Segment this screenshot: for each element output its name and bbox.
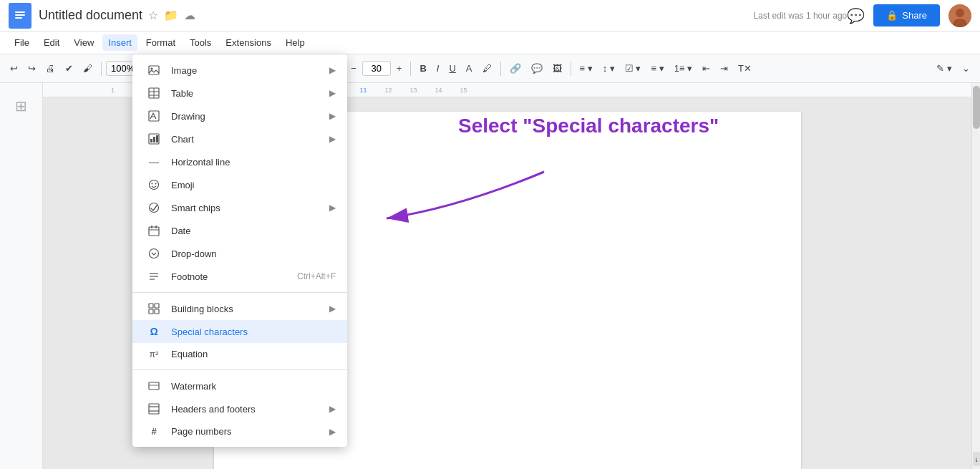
- svg-point-22: [150, 203, 159, 213]
- menu-option-image[interactable]: Image ▶: [132, 59, 347, 82]
- menu-option-date[interactable]: Date: [132, 219, 347, 242]
- menu-bar: File Edit View Insert Format Tools Exten…: [0, 32, 980, 54]
- menu-option-footnote[interactable]: Footnote Ctrl+Alt+F: [132, 265, 347, 288]
- menu-option-headers-footers[interactable]: Headers and footers ▶: [132, 397, 347, 420]
- headers-footers-menu-label: Headers and footers: [171, 404, 329, 415]
- share-button[interactable]: 🔒 Share: [873, 4, 940, 26]
- decrease-indent-button[interactable]: ⇤: [698, 60, 714, 77]
- menu-view[interactable]: View: [68, 34, 100, 51]
- doc-title[interactable]: Untitled document: [39, 8, 142, 23]
- menu-file[interactable]: File: [9, 34, 35, 51]
- font-size-decrease[interactable]: −: [346, 60, 361, 77]
- headers-footers-menu-arrow: ▶: [329, 404, 336, 414]
- dropdown-menu-label: Drop-down: [171, 248, 336, 259]
- menu-option-drawing[interactable]: Drawing ▶: [132, 105, 347, 127]
- paint-format-button[interactable]: 🖌: [79, 60, 97, 77]
- svg-rect-3: [15, 17, 22, 19]
- menu-option-watermark[interactable]: Watermark: [132, 374, 347, 397]
- svg-rect-17: [153, 137, 155, 142]
- svg-rect-33: [149, 309, 153, 314]
- right-scrollbar[interactable]: ↓: [971, 83, 980, 469]
- bullets-button[interactable]: ≡ ▾: [646, 60, 668, 77]
- comment-icon[interactable]: 💬: [847, 7, 865, 24]
- cloud-icon[interactable]: ☁: [184, 9, 195, 22]
- menu-edit[interactable]: Edit: [38, 34, 65, 51]
- clear-format-button[interactable]: T✕: [734, 60, 756, 77]
- increase-indent-button[interactable]: ⇥: [716, 60, 732, 77]
- smart-chips-menu-label: Smart chips: [171, 203, 329, 213]
- image-toolbar-button[interactable]: 🖼: [548, 60, 566, 77]
- numbered-button[interactable]: 1≡ ▾: [670, 60, 697, 77]
- highlight-button[interactable]: 🖊: [478, 60, 496, 77]
- menu-option-emoji[interactable]: Emoji: [132, 173, 347, 196]
- table-menu-label: Table: [171, 88, 329, 99]
- building-blocks-menu-icon: [144, 303, 164, 314]
- menu-option-chart[interactable]: Chart ▶: [132, 127, 347, 150]
- footnote-shortcut: Ctrl+Alt+F: [297, 271, 336, 281]
- font-color-button[interactable]: A: [462, 60, 477, 77]
- avatar[interactable]: [949, 4, 971, 27]
- menu-option-special-characters[interactable]: Ω Special characters: [132, 320, 347, 343]
- page-break-icon: ⊞: [15, 97, 27, 115]
- page-numbers-menu-label: Page numbers: [171, 426, 329, 437]
- italic-button[interactable]: I: [432, 60, 444, 77]
- spellcheck-button[interactable]: ✔: [61, 60, 77, 77]
- share-label: Share: [902, 10, 927, 21]
- svg-rect-18: [156, 135, 158, 142]
- image-menu-arrow: ▶: [329, 65, 336, 75]
- font-size-increase[interactable]: +: [392, 60, 407, 77]
- align-button[interactable]: ≡ ▾: [576, 60, 597, 77]
- equation-menu-label: Equation: [171, 349, 336, 359]
- chart-menu-label: Chart: [171, 134, 329, 145]
- print-button[interactable]: 🖨: [42, 60, 59, 77]
- checklist-button[interactable]: ☑ ▾: [621, 60, 646, 77]
- menu-insert[interactable]: Insert: [102, 34, 137, 51]
- svg-rect-16: [150, 139, 152, 142]
- menu-option-dropdown[interactable]: Drop-down: [132, 242, 347, 265]
- chart-menu-icon: [144, 133, 164, 145]
- underline-button[interactable]: U: [445, 60, 460, 77]
- special-chars-menu-icon: Ω: [144, 326, 164, 337]
- font-size-input[interactable]: 30: [362, 61, 391, 76]
- comment-button[interactable]: 💬: [527, 60, 547, 77]
- menu-option-building-blocks[interactable]: Building blocks ▶: [132, 297, 347, 320]
- bold-button[interactable]: B: [415, 60, 430, 77]
- star-icon[interactable]: ☆: [148, 9, 158, 22]
- table-menu-arrow: ▶: [329, 88, 336, 98]
- menu-extensions[interactable]: Extensions: [220, 34, 277, 51]
- undo-button[interactable]: ↩: [6, 60, 22, 77]
- menu-option-table[interactable]: Table ▶: [132, 82, 347, 105]
- svg-point-20: [152, 183, 153, 185]
- separator-7: [571, 62, 571, 76]
- svg-rect-34: [155, 309, 159, 314]
- building-blocks-menu-label: Building blocks: [171, 304, 329, 314]
- link-button[interactable]: 🔗: [505, 60, 525, 77]
- redo-button[interactable]: ↪: [24, 60, 40, 77]
- page-numbers-menu-arrow: ▶: [329, 427, 336, 437]
- menu-option-equation[interactable]: π² Equation: [132, 343, 347, 365]
- svg-rect-13: [149, 111, 159, 121]
- headers-footers-menu-icon: [144, 403, 164, 415]
- expand-button[interactable]: ⌄: [958, 60, 974, 77]
- table-menu-icon: [144, 87, 164, 99]
- menu-help[interactable]: Help: [280, 34, 311, 51]
- menu-tools[interactable]: Tools: [184, 34, 217, 51]
- menu-option-page-numbers[interactable]: # Page numbers ▶: [132, 420, 347, 443]
- drawing-menu-label: Drawing: [171, 111, 329, 122]
- watermark-menu-icon: [144, 380, 164, 392]
- menu-option-horizontal-line[interactable]: — Horizontal line: [132, 150, 347, 173]
- menu-option-smart-chips[interactable]: Smart chips ▶: [132, 196, 347, 219]
- line-spacing-button[interactable]: ↕ ▾: [598, 60, 619, 77]
- folder-icon[interactable]: 📁: [164, 9, 178, 22]
- doc-icon: [9, 3, 31, 29]
- insert-dropdown-menu: Image ▶ Table ▶ Drawing ▶ Chart ▶ — Hori…: [132, 54, 347, 447]
- drawing-menu-arrow: ▶: [329, 111, 336, 121]
- menu-divider-2: [132, 369, 347, 370]
- right-actions: 💬 🔒 Share: [847, 4, 971, 27]
- svg-rect-35: [149, 382, 159, 390]
- footnote-menu-label: Footnote: [171, 271, 291, 282]
- separator-5: [410, 62, 411, 76]
- menu-format[interactable]: Format: [140, 34, 181, 51]
- editing-mode-button[interactable]: ✎ ▾: [932, 60, 956, 77]
- dropdown-menu-icon: [144, 248, 164, 259]
